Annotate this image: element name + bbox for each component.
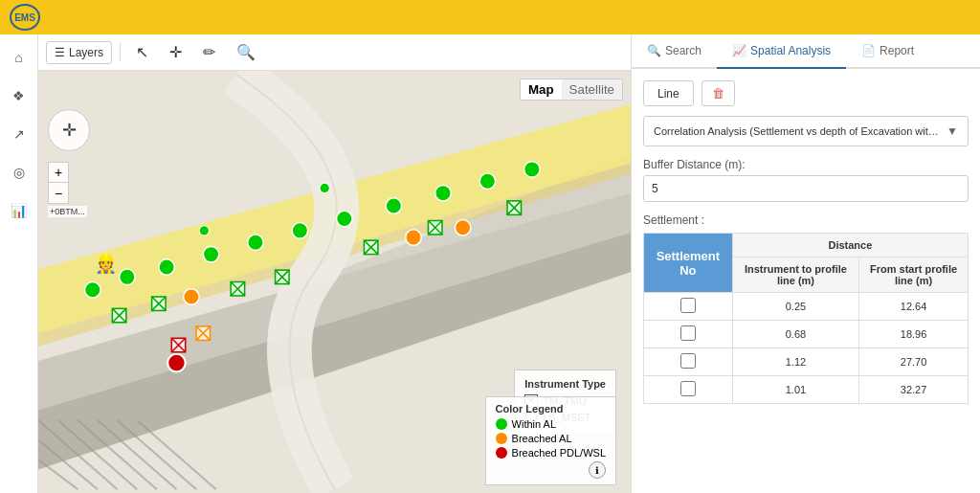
svg-point-14	[84, 282, 100, 299]
row4-checkbox-cell[interactable]	[644, 376, 733, 404]
svg-point-24	[524, 162, 541, 178]
map-area: ☰ Layers ↖ ✛ ✏ 🔍	[38, 34, 632, 493]
row4-col2: 32.27	[859, 376, 969, 404]
layers-list-icon: ☰	[55, 46, 65, 59]
legend-breached-pdl: Breached PDL/WSL	[496, 447, 606, 459]
svg-point-25	[184, 289, 200, 305]
info-button[interactable]: ℹ	[589, 461, 606, 479]
report-label: Report	[880, 44, 914, 57]
buffer-distance-input[interactable]	[643, 175, 969, 202]
left-sidebar: ⌂ ❖ ↗ ◎ 📊	[0, 34, 38, 493]
dropdown-arrow-icon: ▼	[947, 124, 958, 138]
map-button[interactable]: Map	[521, 79, 562, 100]
row3-col2: 27.70	[859, 348, 969, 376]
zoom-in-button[interactable]: +	[48, 162, 69, 183]
table-row: 1.01 32.27	[644, 376, 969, 404]
row3-col1: 1.12	[732, 348, 858, 376]
svg-point-27	[455, 220, 471, 236]
svg-point-26	[406, 230, 422, 246]
svg-point-16	[159, 259, 175, 276]
layers-sidebar-icon[interactable]: ❖	[6, 82, 33, 109]
settlement-no-header: Settlement No	[644, 234, 733, 293]
svg-point-28	[167, 354, 186, 372]
spatial-analysis-tab[interactable]: 📈 Spatial Analysis	[717, 34, 846, 69]
home-icon[interactable]: ⌂	[6, 44, 33, 71]
svg-point-22	[435, 185, 452, 201]
topbar: EMS	[0, 0, 980, 34]
row2-col2: 18.96	[859, 321, 969, 348]
color-legend-title: Color Legend	[496, 403, 606, 415]
svg-point-17	[203, 246, 219, 262]
nav-compass[interactable]: ✛	[48, 109, 90, 151]
row2-checkbox[interactable]	[680, 325, 696, 341]
analysis-dropdown[interactable]: Correlation Analysis (Settlement vs dept…	[643, 116, 969, 146]
share-icon[interactable]: ↗	[6, 121, 33, 147]
scale-label: +0BTM...	[48, 206, 87, 217]
row3-checkbox[interactable]	[680, 353, 696, 369]
table-row: 1.12 27.70	[644, 348, 969, 376]
settlement-table: Settlement No Distance Instrument to pro…	[643, 233, 969, 404]
zoom-controls: + − +0BTM...	[48, 162, 87, 217]
row2-col1: 0.68	[732, 321, 858, 348]
spatial-analysis-icon: 📈	[732, 44, 746, 57]
report-tab[interactable]: 📄 Report	[846, 34, 929, 69]
main-content: ☰ Layers ↖ ✛ ✏ 🔍	[38, 34, 980, 493]
instrument-legend-title: Instrument Type	[524, 378, 606, 390]
spatial-analysis-label: Spatial Analysis	[750, 44, 831, 57]
svg-point-18	[248, 235, 264, 251]
report-icon: 📄	[861, 44, 876, 57]
legend-breached-al: Breached AL	[496, 433, 606, 444]
search-tab-label: Search	[665, 44, 702, 57]
within-al-dot	[496, 418, 507, 430]
chart-icon[interactable]: 📊	[6, 197, 33, 224]
row1-col2: 12.64	[859, 293, 969, 321]
right-panel: 🔍 Search 📈 Spatial Analysis 📄 Report Lin…	[632, 34, 980, 493]
settlement-label: Settlement :	[643, 213, 969, 227]
row2-checkbox-cell[interactable]	[644, 321, 733, 348]
search-tab-icon: 🔍	[647, 44, 661, 57]
buffer-distance-label: Buffer Distance (m):	[643, 158, 969, 171]
table-row: 0.25 12.64	[644, 293, 969, 321]
search-tab[interactable]: 🔍 Search	[632, 34, 717, 69]
table-row: 0.68 18.96	[644, 321, 969, 348]
svg-point-15	[120, 269, 136, 285]
svg-point-23	[479, 173, 496, 190]
layers-button[interactable]: ☰ Layers	[46, 41, 112, 64]
distance-header: Distance	[732, 234, 968, 258]
ems-logo[interactable]: EMS	[10, 4, 40, 31]
svg-text:👷: 👷	[95, 253, 118, 275]
svg-point-20	[337, 211, 353, 227]
cursor-button[interactable]: ↖	[128, 39, 156, 65]
line-button[interactable]: Line	[643, 80, 694, 106]
breached-pdl-dot	[496, 447, 507, 459]
legend-within-al: Within AL	[496, 418, 606, 430]
breached-pdl-label: Breached PDL/WSL	[512, 447, 606, 459]
svg-point-19	[292, 223, 308, 239]
svg-point-58	[320, 183, 329, 192]
instrument-to-profile-header: Instrument to profile line (m)	[732, 258, 858, 293]
row4-checkbox[interactable]	[680, 381, 696, 396]
row3-checkbox-cell[interactable]	[644, 348, 733, 376]
from-start-profile-header: From start profile line (m)	[859, 258, 969, 293]
location-icon[interactable]: ◎	[6, 159, 33, 186]
map-container[interactable]: 👷 Map Satellite ✛ + − +0BTM... Instrumen…	[38, 71, 631, 493]
action-bar: Line 🗑	[643, 80, 969, 106]
delete-button[interactable]: 🗑	[702, 80, 735, 106]
zoom-out-button[interactable]: −	[48, 183, 69, 204]
settlement-section: Settlement : Settlement No Distance Inst…	[643, 213, 969, 404]
row1-checkbox-cell[interactable]	[644, 293, 733, 321]
toolbar-divider	[120, 43, 121, 62]
draw-button[interactable]: ✏	[195, 39, 223, 65]
row1-checkbox[interactable]	[680, 298, 696, 313]
map-toolbar: ☰ Layers ↖ ✛ ✏ 🔍	[38, 34, 631, 71]
tab-bar: 🔍 Search 📈 Spatial Analysis 📄 Report	[632, 34, 980, 69]
color-legend: Color Legend Within AL Breached AL Breac…	[485, 396, 616, 485]
breached-al-dot	[496, 433, 507, 444]
buffer-distance-field: Buffer Distance (m):	[643, 158, 969, 213]
satellite-button[interactable]: Satellite	[562, 79, 622, 100]
pan-button[interactable]: ✛	[162, 39, 189, 65]
within-al-label: Within AL	[512, 418, 556, 430]
search-map-button[interactable]: 🔍	[229, 39, 263, 65]
svg-point-21	[386, 198, 402, 214]
row4-col1: 1.01	[732, 376, 858, 404]
